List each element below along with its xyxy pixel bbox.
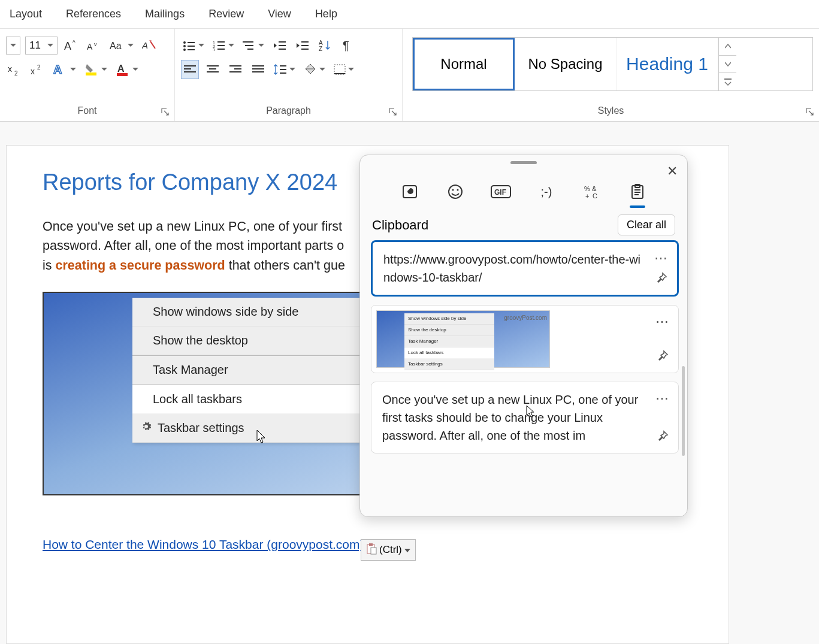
subscript-icon[interactable]: x2	[6, 60, 24, 79]
cm-settings-label: Taskbar settings	[158, 421, 244, 435]
group-paragraph: 123 AZ ¶ Paragraph	[175, 29, 403, 121]
panel-grip[interactable]	[510, 161, 537, 164]
bullets-icon[interactable]	[181, 36, 206, 55]
cursor-icon	[256, 430, 267, 444]
font-size-combo[interactable]: 11	[25, 37, 58, 55]
svg-rect-57	[369, 543, 373, 546]
svg-point-60	[449, 185, 462, 198]
gallery-up-icon[interactable]	[719, 38, 736, 56]
styles-launcher-icon[interactable]	[806, 108, 814, 116]
style-normal[interactable]: Normal	[413, 38, 515, 90]
clipboard-item[interactable]: https://www.groovypost.com/howto/center-…	[371, 240, 679, 297]
font-name-combo[interactable]	[6, 37, 20, 55]
style-heading1[interactable]: Heading 1	[616, 38, 718, 90]
increase-indent-icon[interactable]	[294, 36, 312, 55]
svg-text:A: A	[142, 40, 148, 50]
highlight-icon[interactable]	[83, 60, 109, 79]
svg-text:^: ^	[72, 40, 75, 46]
justify-icon[interactable]	[249, 60, 267, 79]
menu-review[interactable]: Review	[208, 8, 244, 20]
decrease-indent-icon[interactable]	[271, 36, 289, 55]
menu-help[interactable]: Help	[315, 8, 337, 20]
clear-formatting-icon[interactable]: A	[140, 36, 159, 55]
tab-clipboard-icon[interactable]	[627, 182, 648, 202]
svg-point-14	[183, 41, 186, 44]
svg-rect-41	[207, 65, 219, 66]
svg-rect-21	[217, 41, 225, 43]
paste-options[interactable]: (Ctrl)	[361, 539, 416, 561]
font-launcher-icon[interactable]	[161, 108, 170, 116]
styles-gallery: Normal No Spacing Heading 1	[412, 37, 813, 91]
menu-view[interactable]: View	[268, 8, 291, 20]
clipboard-title: Clipboard	[372, 217, 428, 233]
menu-references[interactable]: References	[66, 8, 121, 20]
para-launcher-icon[interactable]	[389, 108, 397, 116]
tab-gif-icon[interactable]: GIF	[491, 182, 511, 202]
svg-text:A: A	[117, 64, 125, 74]
chevron-down-icon	[404, 544, 410, 556]
pin-icon[interactable]	[657, 349, 669, 367]
tab-kaomoji[interactable]: ;-)	[536, 182, 557, 202]
group-styles-label: Styles	[409, 105, 813, 119]
svg-rect-28	[247, 49, 253, 50]
doc-hyperlink[interactable]: How to Center the Windows 10 Taskbar (gr…	[43, 537, 364, 552]
numbering-icon[interactable]: 123	[211, 36, 236, 55]
tab-recent-icon[interactable]	[400, 182, 420, 202]
shading-icon[interactable]	[302, 60, 327, 79]
svg-rect-25	[217, 49, 225, 50]
svg-text:C: C	[593, 192, 597, 199]
align-left-icon[interactable]	[181, 60, 199, 79]
align-right-icon[interactable]	[226, 60, 244, 79]
borders-icon[interactable]	[332, 60, 356, 79]
svg-point-61	[452, 189, 454, 191]
svg-text:2: 2	[37, 64, 41, 71]
font-color-icon[interactable]: A	[114, 60, 140, 79]
scrollbar[interactable]	[682, 366, 685, 456]
superscript-icon[interactable]: x2	[29, 60, 47, 79]
style-nospacing[interactable]: No Spacing	[515, 38, 616, 90]
more-icon[interactable]: ⋯	[654, 248, 669, 268]
grow-font-icon[interactable]: A^	[62, 36, 80, 55]
group-font-label: Font	[6, 105, 168, 119]
svg-rect-32	[301, 41, 309, 43]
taskbar-context-menu: Show windows side by side Show the deskt…	[132, 298, 378, 443]
svg-text:x: x	[31, 66, 35, 75]
more-icon[interactable]: ⋯	[655, 388, 670, 408]
text-effects-icon[interactable]: A	[52, 60, 78, 79]
svg-text:3: 3	[213, 48, 215, 51]
multilevel-list-icon[interactable]	[241, 36, 266, 55]
align-center-icon[interactable]	[204, 60, 222, 79]
clear-all-button[interactable]: Clear all	[618, 214, 675, 235]
clip-text: Once you've set up a new Linux PC, one o…	[382, 393, 638, 442]
line-spacing-icon[interactable]	[272, 60, 297, 79]
gallery-more-icon[interactable]	[719, 73, 736, 90]
menu-layout[interactable]: Layout	[10, 8, 42, 20]
clipboard-item[interactable]: groovyPost.com Show windows side by side…	[371, 305, 679, 373]
svg-rect-55	[724, 78, 732, 80]
cm-lock: Lock all taskbars	[132, 385, 378, 414]
svg-point-16	[183, 45, 186, 47]
menu-mailings[interactable]: Mailings	[145, 8, 185, 20]
svg-rect-17	[188, 46, 195, 47]
pin-icon[interactable]	[655, 271, 667, 289]
change-case-icon[interactable]: Aa	[108, 36, 135, 55]
pin-icon[interactable]	[657, 429, 669, 447]
more-icon[interactable]: ⋯	[655, 312, 670, 331]
gallery-down-icon[interactable]	[719, 56, 736, 74]
svg-rect-44	[229, 65, 241, 66]
svg-rect-13	[117, 73, 128, 76]
svg-rect-31	[279, 49, 286, 50]
show-marks-icon[interactable]: ¶	[339, 36, 357, 55]
svg-rect-43	[207, 71, 219, 72]
shrink-font-icon[interactable]: Av	[85, 36, 103, 55]
tab-symbols-icon[interactable]: %&+C	[582, 182, 602, 202]
gear-icon	[141, 421, 152, 435]
font-size-value: 11	[29, 40, 41, 52]
svg-rect-39	[184, 68, 191, 69]
tab-emoji-icon[interactable]	[445, 182, 466, 202]
clipboard-item[interactable]: Once you've set up a new Linux PC, one o…	[371, 382, 679, 453]
close-icon[interactable]: ✕	[667, 164, 678, 179]
svg-rect-49	[252, 71, 264, 72]
svg-rect-34	[301, 49, 309, 50]
sort-icon[interactable]: AZ	[316, 36, 334, 55]
